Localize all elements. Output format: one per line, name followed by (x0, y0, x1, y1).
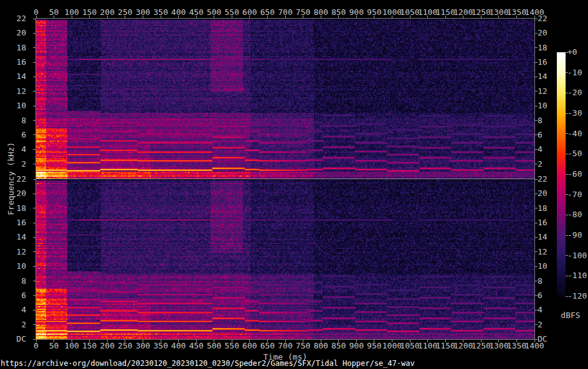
time-tick-mark (285, 340, 286, 342)
time-tick-mark (54, 340, 54, 342)
freq-tick-label-right: 2 (538, 320, 543, 329)
freq-tick-mark (535, 47, 538, 48)
time-tick-label-bottom: 150 (82, 342, 97, 350)
time-tick-mark (356, 340, 357, 342)
time-tick-mark (267, 16, 268, 18)
freq-tick-mark (535, 208, 538, 208)
freq-tick-mark (535, 295, 538, 296)
time-tick-mark (481, 16, 481, 18)
freq-tick-label-left: 18 (0, 204, 26, 213)
freq-tick-mark (33, 295, 36, 296)
freq-tick-mark (535, 251, 538, 252)
time-tick-mark (72, 16, 72, 18)
time-tick-label-bottom: 600 (242, 342, 257, 350)
time-tick-label-bottom: 1350 (507, 342, 526, 350)
freq-tick-mark (535, 266, 538, 267)
colorbar-tick-label: -30 (567, 109, 582, 118)
time-tick-label-bottom: 850 (331, 342, 346, 350)
time-tick-label-bottom: 1300 (489, 342, 508, 350)
freq-tick-mark (33, 47, 36, 48)
freq-tick-label-right: 10 (538, 101, 548, 110)
time-tick-mark (392, 16, 392, 18)
freq-tick-label-right: 8 (538, 116, 543, 125)
colorbar-tick-mark (566, 93, 568, 93)
time-tick-mark (125, 340, 125, 342)
freq-tick-label-left: 20 (0, 29, 26, 37)
time-tick-mark (161, 16, 161, 18)
freq-tick-label-right: 6 (538, 291, 543, 300)
time-tick-label-bottom: 300 (136, 342, 150, 350)
freq-tick-mark (33, 62, 36, 63)
freq-tick-mark (535, 324, 538, 325)
time-tick-mark (374, 16, 374, 18)
freq-tick-label-left: 10 (0, 101, 26, 110)
colorbar-tick-label: -110 (567, 271, 587, 280)
time-tick-mark (427, 340, 428, 342)
colorbar-tick-label: -120 (567, 292, 587, 301)
time-tick-mark (214, 340, 214, 342)
time-tick-label-bottom: 700 (278, 342, 292, 350)
freq-tick-label-left: 6 (0, 291, 26, 300)
colorbar-tick-mark (566, 255, 568, 256)
freq-tick-label-right: 22 (538, 14, 548, 23)
freq-tick-label-right: 16 (538, 58, 548, 67)
freq-tick-label-left: 20 (0, 189, 26, 198)
time-tick-label-bottom: 1150 (435, 342, 455, 350)
freq-tick-label-right: 10 (538, 262, 548, 271)
freq-tick-mark (535, 164, 538, 164)
freq-tick-mark (535, 106, 538, 106)
time-tick-label-bottom: 0 (34, 342, 39, 350)
time-tick-label-bottom: 800 (313, 342, 328, 350)
freq-tick-mark (33, 91, 36, 91)
time-tick-mark (107, 16, 108, 18)
freq-tick-mark (33, 324, 36, 325)
freq-tick-label-left: 4 (0, 306, 26, 314)
freq-tick-mark (33, 179, 36, 180)
colorbar-tick-label: -90 (567, 231, 582, 240)
freq-tick-label-left: 14 (0, 233, 26, 241)
time-tick-label-bottom: 750 (296, 342, 310, 350)
freq-tick-mark (33, 208, 36, 208)
time-tick-label-bottom: 1050 (400, 342, 419, 350)
time-tick-mark (196, 16, 197, 18)
time-tick-label-bottom: 1200 (453, 342, 473, 350)
freq-tick-label-left: 2 (0, 160, 26, 169)
time-tick-mark (516, 340, 517, 342)
freq-tick-mark (535, 62, 538, 63)
colorbar-tick-mark (566, 215, 568, 215)
time-tick-mark (178, 16, 179, 18)
freq-tick-label-left: 16 (0, 58, 26, 67)
freq-tick-label-left: 4 (0, 145, 26, 154)
freq-tick-mark (535, 179, 538, 180)
freq-tick-label-left: 14 (0, 72, 26, 81)
freq-tick-mark (33, 237, 36, 238)
time-tick-mark (178, 340, 179, 342)
colorbar-tick-mark (566, 133, 568, 134)
freq-tick-mark (33, 120, 36, 121)
freq-tick-mark (535, 223, 538, 223)
time-tick-label-bottom: 50 (49, 342, 59, 350)
freq-tick-mark (33, 19, 36, 19)
time-tick-label-bottom: 950 (367, 342, 381, 350)
time-tick-mark (54, 16, 54, 18)
time-tick-label-bottom: 500 (207, 342, 221, 350)
freq-tick-mark (33, 77, 36, 77)
freq-tick-mark (535, 194, 538, 194)
time-tick-label-bottom: 100 (64, 342, 78, 350)
time-tick-mark (143, 340, 143, 342)
freq-tick-mark (33, 281, 36, 281)
time-tick-mark (410, 16, 410, 18)
time-tick-label-bottom: 200 (100, 342, 115, 350)
freq-tick-mark (535, 310, 538, 311)
freq-tick-label-right: 16 (538, 218, 548, 227)
time-tick-mark (36, 16, 37, 18)
freq-tick-mark (535, 19, 538, 19)
colorbar-tick-mark (566, 235, 568, 236)
freq-tick-label-right: 8 (538, 277, 543, 286)
time-tick-mark (338, 340, 339, 342)
time-tick-label-bottom: 900 (349, 342, 364, 350)
freq-tick-mark (535, 77, 538, 77)
colorbar-tick-label: -60 (567, 170, 582, 179)
freq-tick-label-right: 6 (538, 131, 543, 139)
freq-tick-mark (535, 91, 538, 91)
